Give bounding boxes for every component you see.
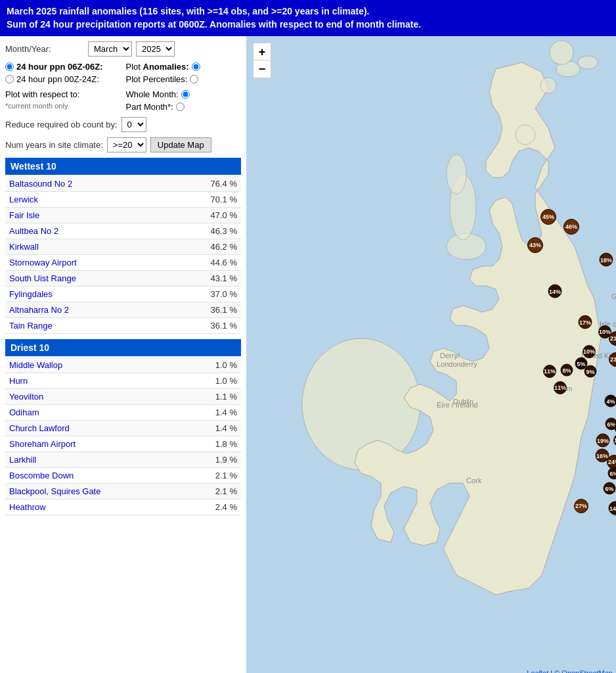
station-name[interactable]: Church Lawford	[5, 421, 187, 436]
plot-percentiles-label: Plot Percentiles:	[126, 74, 188, 84]
station-name[interactable]: Aultbea No 2	[5, 223, 167, 239]
station-marker[interactable]: 9%	[584, 365, 597, 378]
station-name[interactable]: Baltasound No 2	[5, 176, 167, 192]
station-marker[interactable]: 11%	[543, 365, 556, 378]
station-marker[interactable]: 18%	[600, 253, 613, 267]
table-row: Fylingdales37.0 %	[5, 287, 241, 302]
station-name[interactable]: Yeovilton	[5, 389, 187, 405]
station-name[interactable]: South Uist Range	[5, 271, 167, 287]
station-marker[interactable]: 46%	[563, 219, 579, 235]
table-row: Baltasound No 276.4 %	[5, 176, 241, 192]
year-select[interactable]: 2025	[136, 41, 175, 57]
table-row: Boscombe Down2.1 %	[5, 468, 241, 484]
station-marker[interactable]: 4%	[605, 395, 617, 407]
zoom-out-button[interactable]: −	[253, 60, 271, 78]
station-value: 1.0 %	[187, 373, 241, 389]
map-svg: United King dom Éire / Ireland Derry/ Lo…	[246, 36, 616, 673]
plot-anomalies-radio[interactable]	[192, 62, 200, 71]
zoom-in-button[interactable]: +	[253, 43, 271, 60]
header-banner: March 2025 rainfall anomalies (116 sites…	[0, 0, 616, 36]
part-month-label: Part Month*:	[126, 102, 173, 112]
station-marker[interactable]: 27%	[574, 499, 588, 513]
station-marker[interactable]: 14%	[548, 285, 561, 298]
station-name[interactable]: Heathrow	[5, 499, 187, 515]
leaflet-link[interactable]: Leaflet	[527, 669, 548, 673]
station-marker[interactable]: 8%	[561, 364, 573, 377]
table-row: Tain Range36.1 %	[5, 318, 241, 334]
station-value: 46.2 %	[167, 239, 241, 255]
plot-percentiles-row: Plot Percentiles:	[126, 74, 242, 84]
station-name[interactable]: Hurn	[5, 373, 187, 389]
ppn-06z-row: 24 hour ppn 06Z-06Z:	[5, 62, 121, 72]
whole-month-row: Whole Month:	[126, 89, 242, 99]
station-marker[interactable]: 11%	[554, 381, 567, 394]
station-value: 47.0 %	[167, 208, 241, 223]
station-name[interactable]: Stornoway Airport	[5, 255, 167, 271]
table-row: Larkhill1.9 %	[5, 452, 241, 468]
station-marker[interactable]: 6%	[604, 482, 616, 495]
table-row: Middle Wallop1.0 %	[5, 358, 241, 373]
update-map-button[interactable]: Update Map	[150, 137, 211, 152]
part-month-radio[interactable]	[176, 103, 185, 111]
station-name[interactable]: Odiham	[5, 405, 187, 421]
ppn-06z-label: 24 hour ppn 06Z-06Z:	[16, 62, 102, 72]
svg-text:Derry/: Derry/	[440, 352, 460, 360]
ppn-06z-radio[interactable]	[5, 62, 14, 71]
reduce-label: Reduce required ob count by:	[5, 120, 118, 129]
station-name[interactable]: Middle Wallop	[5, 358, 187, 373]
station-name[interactable]: Kirkwall	[5, 239, 167, 255]
table-row: Altnaharra No 236.1 %	[5, 302, 241, 318]
station-marker[interactable]: 6%	[608, 467, 617, 480]
plot-anomalies-row: Plot Anomalies:	[126, 62, 242, 72]
num-years-select[interactable]: >=20>=14>=15	[107, 137, 146, 152]
current-month-row: *current month only	[5, 102, 121, 110]
wettest-section-header: Wettest 10	[5, 158, 241, 175]
wettest-table: Baltasound No 276.4 %Lerwick70.1 %Fair I…	[5, 176, 241, 334]
station-value: 36.1 %	[167, 302, 241, 318]
station-marker[interactable]: 10%	[583, 345, 596, 358]
ppn-00z-radio[interactable]	[5, 75, 14, 83]
station-name[interactable]: Blackpool, Squires Gate	[5, 484, 187, 499]
table-row: Heathrow2.4 %	[5, 499, 241, 515]
table-row: Hurn1.0 %	[5, 373, 241, 389]
whole-month-radio[interactable]	[181, 90, 190, 99]
station-marker[interactable]: 17%	[579, 315, 592, 329]
table-row: Kirkwall46.2 %	[5, 239, 241, 255]
station-marker[interactable]: 19%	[596, 434, 610, 448]
table-row: Lerwick70.1 %	[5, 192, 241, 208]
reduce-select[interactable]: 0123	[121, 117, 146, 132]
num-years-label: Num years in site climate:	[5, 140, 103, 150]
station-value: 46.3 %	[167, 223, 241, 239]
svg-point-6	[578, 56, 598, 69]
svg-text:Cork: Cork	[466, 476, 482, 484]
station-value: 43.1 %	[167, 271, 241, 287]
plot-percentiles-radio[interactable]	[190, 75, 198, 83]
table-row: Blackpool, Squires Gate2.1 %	[5, 484, 241, 499]
station-value: 1.4 %	[187, 421, 241, 436]
station-value: 76.4 %	[167, 176, 241, 192]
table-row: South Uist Range43.1 %	[5, 271, 241, 287]
station-value: 1.8 %	[187, 436, 241, 452]
map-attribution: Leaflet | © OpenStreetMap	[527, 669, 613, 673]
station-name[interactable]: Fylingdales	[5, 287, 167, 302]
station-name[interactable]: Shoreham Airport	[5, 436, 187, 452]
station-name[interactable]: Larkhill	[5, 452, 187, 468]
station-name[interactable]: Boscombe Down	[5, 468, 187, 484]
station-name[interactable]: Lerwick	[5, 192, 167, 208]
station-name[interactable]: Tain Range	[5, 318, 167, 334]
station-name[interactable]: Altnaharra No 2	[5, 302, 167, 318]
osm-link[interactable]: © OpenStreetMap	[554, 669, 613, 673]
plot-respect-row: Plot with respect to:	[5, 89, 121, 99]
whole-month-label: Whole Month:	[126, 89, 179, 99]
station-value: 36.1 %	[167, 318, 241, 334]
table-row: Aultbea No 246.3 %	[5, 223, 241, 239]
station-marker[interactable]: 45%	[540, 209, 556, 225]
station-name[interactable]: Fair Isle	[5, 208, 167, 223]
month-year-label: Month/Year:	[5, 44, 84, 54]
table-row: Shoreham Airport1.8 %	[5, 436, 241, 452]
station-value: 1.4 %	[187, 405, 241, 421]
station-marker[interactable]: 43%	[527, 237, 543, 253]
month-select[interactable]: March	[88, 41, 132, 57]
ppn-00z-label: 24 hour ppn 00Z-24Z:	[16, 74, 99, 84]
station-value: 2.1 %	[187, 484, 241, 499]
